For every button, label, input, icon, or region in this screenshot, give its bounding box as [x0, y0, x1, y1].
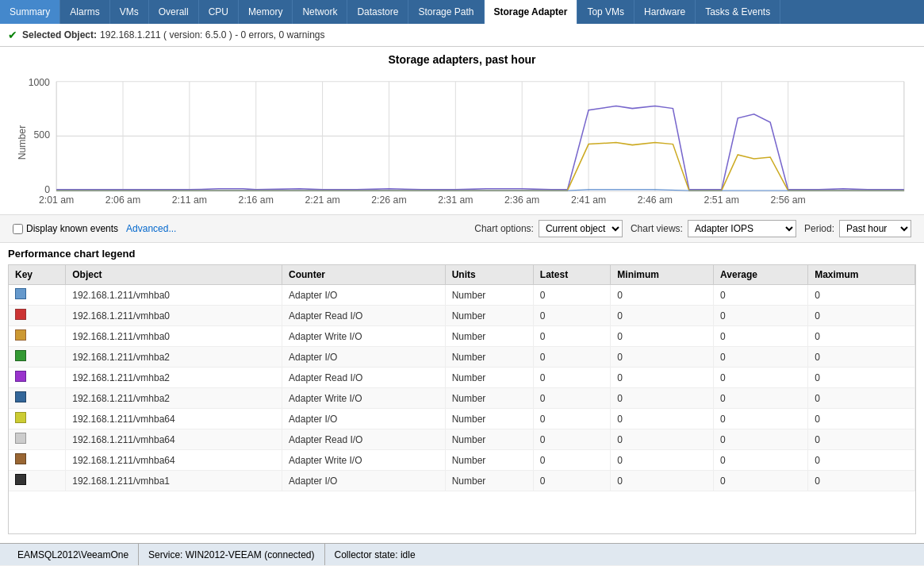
status-middle: Service: WIN2012-VEEAM (connected) [139, 544, 324, 565]
svg-text:2:41 am: 2:41 am [571, 194, 606, 206]
table-row: 192.168.1.211/vmhba2 Adapter Write I/O N… [9, 388, 915, 409]
chart-views-select[interactable]: Adapter IOPSAdapter ThroughputAdapter La… [688, 220, 796, 237]
advanced-link[interactable]: Advanced... [126, 223, 176, 234]
latest-cell: 0 [533, 388, 611, 409]
table-row: 192.168.1.211/vmhba64 Adapter I/O Number… [9, 409, 915, 429]
selected-label: Selected Object: [22, 29, 97, 40]
col-latest: Latest [533, 265, 611, 285]
tab-vms[interactable]: VMs [110, 0, 149, 24]
latest-cell: 0 [533, 326, 611, 347]
units-cell: Number [445, 306, 533, 326]
tab-alarms[interactable]: Alarms [60, 0, 109, 24]
maximum-cell: 0 [808, 326, 915, 347]
average-cell: 0 [714, 347, 808, 368]
counter-cell: Adapter I/O [282, 347, 446, 368]
tab-network[interactable]: Network [293, 0, 347, 24]
average-cell: 0 [714, 471, 808, 491]
tab-tasks---events[interactable]: Tasks & Events [696, 0, 780, 24]
svg-text:2:31 am: 2:31 am [438, 194, 473, 206]
svg-text:2:06 am: 2:06 am [105, 194, 140, 206]
counter-cell: Adapter Read I/O [282, 429, 446, 450]
units-cell: Number [445, 450, 533, 471]
table-row: 192.168.1.211/vmhba2 Adapter Read I/O Nu… [9, 368, 915, 388]
counter-cell: Adapter Read I/O [282, 368, 446, 388]
svg-text:0: 0 [44, 184, 50, 195]
color-swatch [15, 371, 26, 382]
latest-cell: 0 [533, 429, 611, 450]
chart-options-select[interactable]: Current objectAll objects [539, 220, 623, 237]
performance-chart: Number 1000 500 0 [16, 69, 908, 212]
display-events-checkbox[interactable] [13, 224, 23, 234]
object-cell: 192.168.1.211/vmhba2 [66, 347, 282, 368]
chart-options-group: Chart options: Current objectAll objects [474, 220, 623, 237]
units-cell: Number [445, 429, 533, 450]
key-cell [9, 429, 66, 450]
maximum-cell: 0 [808, 388, 915, 409]
minimum-cell: 0 [611, 306, 714, 326]
tab-storage-adapter[interactable]: Storage Adapter [485, 0, 578, 24]
svg-text:2:56 am: 2:56 am [770, 194, 805, 206]
minimum-cell: 0 [611, 326, 714, 347]
chart-views-label: Chart views: [631, 223, 683, 234]
minimum-cell: 0 [611, 471, 714, 491]
minimum-cell: 0 [611, 429, 714, 450]
tab-top-vms[interactable]: Top VMs [577, 0, 635, 24]
maximum-cell: 0 [808, 306, 915, 326]
latest-cell: 0 [533, 285, 611, 306]
color-swatch [15, 288, 26, 299]
key-cell [9, 409, 66, 429]
average-cell: 0 [714, 450, 808, 471]
selected-value: 192.168.1.211 ( version: 6.5.0 ) - 0 err… [100, 29, 324, 40]
key-cell [9, 368, 66, 388]
check-icon: ✔ [8, 29, 17, 41]
object-cell: 192.168.1.211/vmhba0 [66, 306, 282, 326]
legend-tbody: 192.168.1.211/vmhba0 Adapter I/O Number … [9, 285, 915, 491]
key-cell [9, 388, 66, 409]
maximum-cell: 0 [808, 409, 915, 429]
tab-bar: SummaryAlarmsVMsOverallCPUMemoryNetworkD… [0, 0, 924, 24]
legend-title: Performance chart legend [8, 248, 916, 260]
object-cell: 192.168.1.211/vmhba2 [66, 388, 282, 409]
tab-memory[interactable]: Memory [239, 0, 293, 24]
legend-table: Key Object Counter Units Latest Minimum … [9, 265, 915, 491]
color-swatch [15, 329, 26, 341]
color-swatch [15, 309, 26, 320]
latest-cell: 0 [533, 368, 611, 388]
table-row: 192.168.1.211/vmhba2 Adapter I/O Number … [9, 347, 915, 368]
tab-hardware[interactable]: Hardware [635, 0, 696, 24]
display-events-label: Display known events [26, 223, 118, 234]
status-left: EAMSQL2012\VeeamOne [8, 544, 139, 565]
chart-title: Storage adapters, past hour [0, 47, 924, 69]
key-cell [9, 306, 66, 326]
minimum-cell: 0 [611, 347, 714, 368]
table-row: 192.168.1.211/vmhba64 Adapter Read I/O N… [9, 429, 915, 450]
col-object: Object [66, 265, 282, 285]
maximum-cell: 0 [808, 471, 915, 491]
svg-text:2:46 am: 2:46 am [638, 194, 673, 206]
object-cell: 192.168.1.211/vmhba0 [66, 285, 282, 306]
main-content: Storage adapters, past hour Number 1000 … [0, 47, 924, 543]
minimum-cell: 0 [611, 409, 714, 429]
key-cell [9, 347, 66, 368]
legend-table-wrapper[interactable]: Key Object Counter Units Latest Minimum … [8, 264, 916, 534]
maximum-cell: 0 [808, 285, 915, 306]
svg-text:2:01 am: 2:01 am [39, 194, 74, 206]
color-swatch [15, 391, 26, 402]
minimum-cell: 0 [611, 285, 714, 306]
tab-storage-path[interactable]: Storage Path [408, 0, 484, 24]
key-cell [9, 471, 66, 491]
svg-text:500: 500 [33, 129, 50, 141]
tab-summary[interactable]: Summary [0, 0, 60, 24]
tab-datastore[interactable]: Datastore [347, 0, 408, 24]
chart-views-group: Chart views: Adapter IOPSAdapter Through… [631, 220, 796, 237]
latest-cell: 0 [533, 471, 611, 491]
period-select[interactable]: Past hourPast dayPast weekPast monthPast… [839, 220, 911, 237]
latest-cell: 0 [533, 450, 611, 471]
tab-cpu[interactable]: CPU [199, 0, 239, 24]
tab-overall[interactable]: Overall [149, 0, 199, 24]
average-cell: 0 [714, 368, 808, 388]
status-bar: EAMSQL2012\VeeamOne Service: WIN2012-VEE… [0, 543, 924, 565]
minimum-cell: 0 [611, 450, 714, 471]
average-cell: 0 [714, 409, 808, 429]
counter-cell: Adapter I/O [282, 409, 446, 429]
